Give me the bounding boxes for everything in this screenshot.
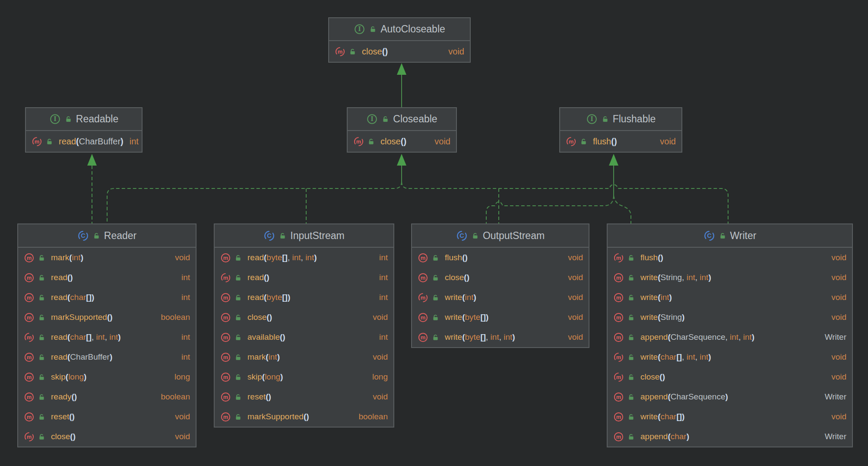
return-type: int — [373, 293, 388, 302]
method-row[interactable]: mmarkSupported()boolean — [215, 407, 393, 427]
svg-text:C: C — [81, 232, 86, 239]
method-signature: write(byte[]) — [445, 313, 488, 322]
method-row[interactable]: mwrite(int)void — [608, 287, 852, 307]
method-row[interactable]: mclose()void — [608, 367, 852, 387]
method-row[interactable]: mwrite(char[])void — [608, 407, 852, 427]
open-paren: ( — [76, 137, 79, 146]
svg-text:m: m — [421, 294, 426, 301]
method-row[interactable]: mclose()void — [18, 427, 196, 447]
interface-box-autocloseable[interactable]: IAutoCloseablemclose()void — [328, 17, 471, 63]
box-header[interactable]: CWriter — [608, 224, 852, 248]
box-header[interactable]: IAutoCloseable — [329, 18, 470, 41]
close-paren: ) — [118, 332, 120, 342]
lock-icon — [432, 334, 439, 341]
close-paren: ) — [288, 293, 290, 302]
method-row[interactable]: mflush()void — [608, 248, 852, 268]
method-row[interactable]: mread()int — [18, 268, 196, 287]
method-signature: close() — [51, 432, 76, 441]
method-row[interactable]: mflush()void — [412, 248, 589, 268]
return-type: void — [169, 253, 190, 262]
comma: , — [682, 352, 687, 361]
method-row[interactable]: mwrite(int)void — [412, 287, 589, 307]
lock-icon — [65, 115, 72, 123]
method-row[interactable]: mwrite(String, int, int)void — [608, 268, 852, 287]
return-type: boolean — [155, 392, 190, 402]
method-row[interactable]: mavailable()int — [215, 327, 393, 347]
interface-box-closeable[interactable]: ICloseablemclose()void — [347, 107, 457, 153]
box-header[interactable]: CInputStream — [215, 224, 393, 248]
method-row[interactable]: mskip(long)long — [18, 367, 196, 387]
close-paren: ) — [280, 372, 283, 381]
method-signature: write(int) — [445, 293, 476, 302]
param-type: CharSequence — [671, 392, 725, 401]
method-row[interactable]: mmarkSupported()boolean — [18, 307, 196, 327]
method-row[interactable]: mread(byte[], int, int)int — [215, 248, 393, 268]
method-row[interactable]: mread(char[])int — [18, 287, 196, 307]
method-signature: read(CharBuffer) — [59, 137, 124, 147]
box-title: Writer — [730, 230, 757, 242]
svg-text:C: C — [459, 232, 464, 239]
box-title: Reader — [104, 230, 136, 242]
param-type: int — [504, 332, 512, 342]
return-type: Writer — [819, 332, 846, 342]
class-box-writer[interactable]: CWritermflush()voidmwrite(String, int, i… — [607, 223, 853, 447]
method-row[interactable]: mappend(CharSequence, int, int)Writer — [608, 327, 852, 347]
method-row[interactable]: mreset()void — [18, 407, 196, 427]
method-name: close — [640, 372, 659, 381]
method-row[interactable]: mappend(char)Writer — [608, 427, 852, 447]
method-row[interactable]: mclose()void — [215, 307, 393, 327]
svg-text:m: m — [27, 374, 32, 380]
method-row[interactable]: mwrite(byte[])void — [412, 307, 589, 327]
interface-box-readable[interactable]: IReadablemread(CharBuffer)int — [25, 107, 143, 153]
box-header[interactable]: COutputStream — [412, 224, 589, 248]
param-type: char — [660, 412, 676, 421]
class-box-reader[interactable]: CReadermmark(int)voidmread()intmread(cha… — [17, 223, 196, 447]
method-icon: m — [24, 352, 35, 363]
method-row[interactable]: mmark(int)void — [215, 347, 393, 367]
method-row[interactable]: mwrite(byte[], int, int)void — [412, 327, 589, 347]
box-header[interactable]: IReadable — [26, 108, 142, 131]
lock-icon — [234, 274, 242, 281]
method-row[interactable]: mread()int — [215, 268, 393, 287]
close-paren: ) — [74, 392, 77, 401]
abstract-method-icon: m — [566, 136, 577, 147]
param-type: byte — [266, 293, 282, 302]
method-row[interactable]: mreset()void — [215, 387, 393, 407]
svg-text:m: m — [223, 314, 228, 321]
method-signature: write(int) — [640, 293, 672, 302]
param-type: char — [70, 332, 86, 342]
method-row[interactable]: mmark(int)void — [18, 248, 196, 268]
class-box-inputstream[interactable]: CInputStreammread(byte[], int, int)intmr… — [214, 223, 394, 428]
method-row[interactable]: mskip(long)long — [215, 367, 393, 387]
method-row[interactable]: mready()boolean — [18, 387, 196, 407]
method-row[interactable]: mread(CharBuffer)int — [18, 347, 196, 367]
method-row[interactable]: mread(char[], int, int)int — [18, 327, 196, 347]
param-type: int — [700, 352, 708, 361]
lock-icon — [46, 138, 53, 145]
param-type: int — [660, 293, 669, 302]
method-row[interactable]: mwrite(char[], int, int)void — [608, 347, 852, 367]
interface-box-flushable[interactable]: IFlushablemflush()void — [559, 107, 682, 153]
comma: , — [682, 273, 687, 282]
array-brackets: [] — [282, 293, 288, 302]
box-header[interactable]: ICloseable — [348, 108, 456, 131]
method-row[interactable]: mclose()void — [348, 131, 456, 152]
method-icon: m — [418, 312, 428, 323]
method-signature: reset() — [247, 392, 271, 402]
method-row[interactable]: mappend(CharSequence)Writer — [608, 387, 852, 407]
class-box-outputstream[interactable]: COutputStreammflush()voidmclose()voidmwr… — [411, 223, 589, 348]
close-paren: ) — [467, 273, 469, 282]
box-header[interactable]: IFlushable — [560, 108, 681, 131]
method-row[interactable]: mread(byte[])int — [215, 287, 393, 307]
method-name: markSupported — [51, 313, 107, 322]
method-row[interactable]: mwrite(String)void — [608, 307, 852, 327]
method-row[interactable]: mclose()void — [412, 268, 589, 287]
lock-icon — [627, 314, 635, 321]
method-row[interactable]: mflush()void — [560, 131, 681, 152]
abstract-method-icon: m — [32, 136, 42, 147]
diagram-canvas[interactable]: IAutoCloseablemclose()voidIReadablemread… — [0, 0, 868, 466]
method-row[interactable]: mclose()void — [329, 41, 470, 62]
lock-icon — [234, 393, 242, 401]
box-header[interactable]: CReader — [18, 224, 196, 248]
method-row[interactable]: mread(CharBuffer)int — [26, 131, 142, 152]
